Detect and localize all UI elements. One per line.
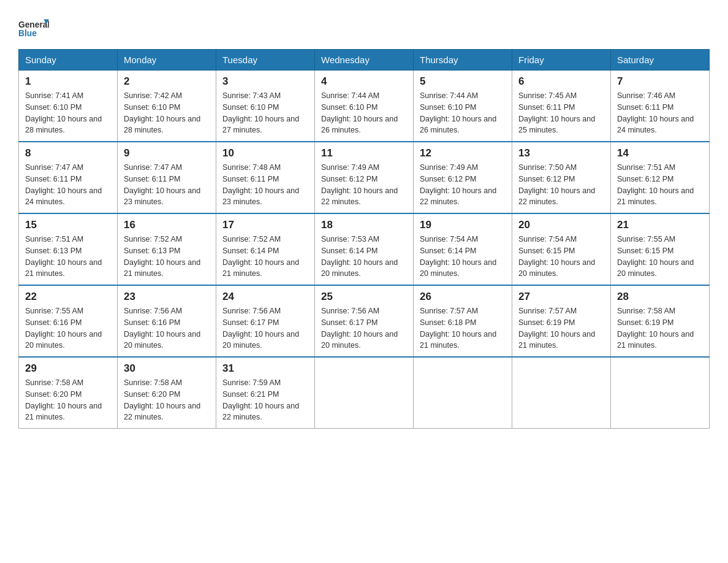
calendar-cell: 29Sunrise: 7:58 AMSunset: 6:20 PMDayligh… (19, 357, 118, 429)
calendar-cell: 7Sunrise: 7:46 AMSunset: 6:11 PMDaylight… (611, 71, 710, 142)
day-number: 12 (420, 147, 506, 159)
day-number: 7 (617, 75, 703, 88)
calendar-cell: 8Sunrise: 7:47 AMSunset: 6:11 PMDaylight… (19, 142, 118, 213)
day-number: 29 (25, 362, 111, 375)
day-number: 31 (222, 362, 308, 375)
day-number: 5 (420, 75, 506, 88)
calendar-cell: 24Sunrise: 7:56 AMSunset: 6:17 PMDayligh… (216, 285, 315, 357)
day-info: Sunrise: 7:44 AMSunset: 6:10 PMDaylight:… (420, 90, 506, 136)
calendar-cell: 17Sunrise: 7:52 AMSunset: 6:14 PMDayligh… (216, 213, 315, 285)
calendar-cell: 15Sunrise: 7:51 AMSunset: 6:13 PMDayligh… (19, 213, 118, 285)
calendar-cell: 16Sunrise: 7:52 AMSunset: 6:13 PMDayligh… (118, 213, 216, 285)
calendar-cell: 2Sunrise: 7:42 AMSunset: 6:10 PMDaylight… (118, 71, 216, 142)
day-info: Sunrise: 7:57 AMSunset: 6:18 PMDaylight:… (420, 305, 506, 351)
day-info: Sunrise: 7:47 AMSunset: 6:11 PMDaylight:… (25, 162, 111, 208)
calendar-cell: 25Sunrise: 7:56 AMSunset: 6:17 PMDayligh… (315, 285, 414, 357)
day-info: Sunrise: 7:55 AMSunset: 6:16 PMDaylight:… (25, 305, 111, 351)
day-info: Sunrise: 7:43 AMSunset: 6:10 PMDaylight:… (222, 90, 308, 136)
day-number: 25 (321, 291, 407, 303)
day-info: Sunrise: 7:58 AMSunset: 6:19 PMDaylight:… (617, 305, 703, 351)
day-info: Sunrise: 7:49 AMSunset: 6:12 PMDaylight:… (321, 162, 407, 208)
logo-icon: General Blue (18, 12, 49, 43)
day-info: Sunrise: 7:59 AMSunset: 6:21 PMDaylight:… (222, 377, 308, 423)
day-info: Sunrise: 7:58 AMSunset: 6:20 PMDaylight:… (25, 377, 111, 423)
day-number: 24 (222, 291, 308, 303)
col-thursday: Thursday (414, 50, 512, 71)
day-info: Sunrise: 7:58 AMSunset: 6:20 PMDaylight:… (124, 377, 210, 423)
calendar-cell: 30Sunrise: 7:58 AMSunset: 6:20 PMDayligh… (118, 357, 216, 429)
calendar-cell: 4Sunrise: 7:44 AMSunset: 6:10 PMDaylight… (315, 71, 414, 142)
day-info: Sunrise: 7:48 AMSunset: 6:11 PMDaylight:… (222, 162, 308, 208)
day-number: 10 (222, 147, 308, 159)
calendar-cell: 22Sunrise: 7:55 AMSunset: 6:16 PMDayligh… (19, 285, 118, 357)
logo: General Blue (18, 12, 49, 43)
day-number: 6 (518, 75, 604, 88)
page-header: General Blue (18, 12, 710, 43)
calendar-cell: 26Sunrise: 7:57 AMSunset: 6:18 PMDayligh… (414, 285, 512, 357)
day-number: 26 (420, 291, 506, 303)
col-monday: Monday (118, 50, 216, 71)
day-info: Sunrise: 7:50 AMSunset: 6:12 PMDaylight:… (518, 162, 604, 208)
calendar-cell: 9Sunrise: 7:47 AMSunset: 6:11 PMDaylight… (118, 142, 216, 213)
day-number: 30 (124, 362, 210, 375)
day-number: 15 (25, 219, 111, 231)
day-info: Sunrise: 7:44 AMSunset: 6:10 PMDaylight:… (321, 90, 407, 136)
calendar-cell: 28Sunrise: 7:58 AMSunset: 6:19 PMDayligh… (611, 285, 710, 357)
day-info: Sunrise: 7:53 AMSunset: 6:14 PMDaylight:… (321, 234, 407, 280)
header-row: Sunday Monday Tuesday Wednesday Thursday… (19, 50, 710, 71)
calendar-body: 1Sunrise: 7:41 AMSunset: 6:10 PMDaylight… (19, 71, 710, 429)
day-info: Sunrise: 7:46 AMSunset: 6:11 PMDaylight:… (617, 90, 703, 136)
col-friday: Friday (512, 50, 611, 71)
calendar-cell: 5Sunrise: 7:44 AMSunset: 6:10 PMDaylight… (414, 71, 512, 142)
day-number: 9 (124, 147, 210, 159)
day-info: Sunrise: 7:41 AMSunset: 6:10 PMDaylight:… (25, 90, 111, 136)
calendar-cell: 21Sunrise: 7:55 AMSunset: 6:15 PMDayligh… (611, 213, 710, 285)
calendar-cell: 31Sunrise: 7:59 AMSunset: 6:21 PMDayligh… (216, 357, 315, 429)
week-row-2: 8Sunrise: 7:47 AMSunset: 6:11 PMDaylight… (19, 142, 710, 213)
calendar-cell: 10Sunrise: 7:48 AMSunset: 6:11 PMDayligh… (216, 142, 315, 213)
day-number: 4 (321, 75, 407, 88)
col-saturday: Saturday (611, 50, 710, 71)
day-number: 22 (25, 291, 111, 303)
day-info: Sunrise: 7:51 AMSunset: 6:12 PMDaylight:… (617, 162, 703, 208)
calendar-cell: 13Sunrise: 7:50 AMSunset: 6:12 PMDayligh… (512, 142, 611, 213)
day-info: Sunrise: 7:52 AMSunset: 6:13 PMDaylight:… (124, 234, 210, 280)
day-info: Sunrise: 7:56 AMSunset: 6:16 PMDaylight:… (124, 305, 210, 351)
col-wednesday: Wednesday (315, 50, 414, 71)
calendar-cell: 14Sunrise: 7:51 AMSunset: 6:12 PMDayligh… (611, 142, 710, 213)
calendar-cell (414, 357, 512, 429)
col-tuesday: Tuesday (216, 50, 315, 71)
calendar-header: Sunday Monday Tuesday Wednesday Thursday… (19, 50, 710, 71)
week-row-3: 15Sunrise: 7:51 AMSunset: 6:13 PMDayligh… (19, 213, 710, 285)
calendar-cell: 23Sunrise: 7:56 AMSunset: 6:16 PMDayligh… (118, 285, 216, 357)
calendar-cell: 6Sunrise: 7:45 AMSunset: 6:11 PMDaylight… (512, 71, 611, 142)
calendar-cell: 18Sunrise: 7:53 AMSunset: 6:14 PMDayligh… (315, 213, 414, 285)
day-number: 19 (420, 219, 506, 231)
calendar-table: Sunday Monday Tuesday Wednesday Thursday… (18, 49, 710, 429)
day-number: 20 (518, 219, 604, 231)
day-info: Sunrise: 7:55 AMSunset: 6:15 PMDaylight:… (617, 234, 703, 280)
calendar-cell: 19Sunrise: 7:54 AMSunset: 6:14 PMDayligh… (414, 213, 512, 285)
day-info: Sunrise: 7:54 AMSunset: 6:14 PMDaylight:… (420, 234, 506, 280)
day-info: Sunrise: 7:56 AMSunset: 6:17 PMDaylight:… (222, 305, 308, 351)
week-row-4: 22Sunrise: 7:55 AMSunset: 6:16 PMDayligh… (19, 285, 710, 357)
day-info: Sunrise: 7:56 AMSunset: 6:17 PMDaylight:… (321, 305, 407, 351)
day-info: Sunrise: 7:47 AMSunset: 6:11 PMDaylight:… (124, 162, 210, 208)
svg-text:General: General (18, 20, 49, 29)
day-number: 8 (25, 147, 111, 159)
day-info: Sunrise: 7:49 AMSunset: 6:12 PMDaylight:… (420, 162, 506, 208)
day-info: Sunrise: 7:54 AMSunset: 6:15 PMDaylight:… (518, 234, 604, 280)
day-number: 14 (617, 147, 703, 159)
calendar-cell (512, 357, 611, 429)
calendar-cell: 12Sunrise: 7:49 AMSunset: 6:12 PMDayligh… (414, 142, 512, 213)
day-number: 21 (617, 219, 703, 231)
calendar-cell: 1Sunrise: 7:41 AMSunset: 6:10 PMDaylight… (19, 71, 118, 142)
day-info: Sunrise: 7:52 AMSunset: 6:14 PMDaylight:… (222, 234, 308, 280)
week-row-1: 1Sunrise: 7:41 AMSunset: 6:10 PMDaylight… (19, 71, 710, 142)
week-row-5: 29Sunrise: 7:58 AMSunset: 6:20 PMDayligh… (19, 357, 710, 429)
day-number: 2 (124, 75, 210, 88)
calendar-cell: 3Sunrise: 7:43 AMSunset: 6:10 PMDaylight… (216, 71, 315, 142)
day-number: 11 (321, 147, 407, 159)
day-info: Sunrise: 7:51 AMSunset: 6:13 PMDaylight:… (25, 234, 111, 280)
calendar-cell: 20Sunrise: 7:54 AMSunset: 6:15 PMDayligh… (512, 213, 611, 285)
